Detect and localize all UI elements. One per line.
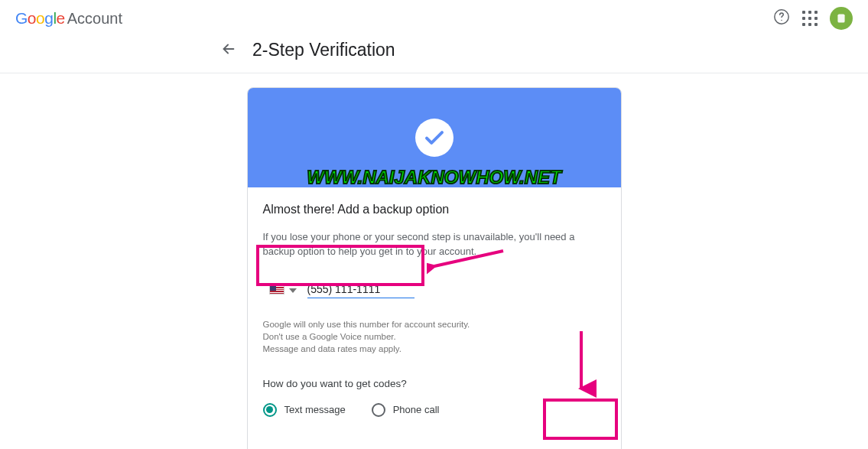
title-row: 2-Step Verification [0, 37, 868, 73]
watermark-overlay: WWW.NAIJAKNOWHOW.NET [307, 167, 561, 188]
fine-print-line: Message and data rates may apply. [263, 343, 606, 355]
country-selector[interactable] [269, 282, 297, 296]
card-description: If you lose your phone or your second st… [263, 230, 606, 259]
phone-input-row [263, 273, 606, 306]
us-flag-icon [269, 285, 284, 294]
check-circle-icon [415, 119, 454, 157]
account-label: Account [67, 10, 122, 28]
help-icon[interactable] [773, 8, 790, 28]
apps-grid-icon[interactable] [802, 11, 818, 26]
radio-label: Phone call [393, 404, 440, 415]
back-arrow-icon[interactable] [220, 41, 237, 60]
radio-label: Text message [284, 404, 346, 415]
header-actions [773, 7, 853, 30]
phone-number-input[interactable] [307, 281, 414, 298]
app-header: Google Account [0, 0, 868, 37]
page-title: 2-Step Verification [252, 40, 395, 60]
radio-text-message[interactable]: Text message [263, 403, 346, 417]
dropdown-caret-icon [289, 282, 297, 296]
fine-print: Google will only use this number for acc… [263, 318, 606, 355]
card-body: Almost there! Add a backup option If you… [248, 187, 621, 449]
google-account-logo[interactable]: Google Account [15, 9, 122, 28]
radio-icon-selected [263, 403, 277, 417]
header-divider [0, 73, 868, 73]
fine-print-line: Don't use a Google Voice number. [263, 330, 606, 343]
svg-point-1 [781, 20, 782, 21]
radio-icon-unselected [372, 403, 385, 417]
fine-print-line: Google will only use this number for acc… [263, 318, 606, 330]
verification-card: Almost there! Add a backup option If you… [247, 87, 622, 449]
card-heading: Almost there! Add a backup option [263, 203, 606, 216]
avatar[interactable] [830, 7, 853, 30]
radio-phone-call[interactable]: Phone call [372, 403, 440, 417]
delivery-method-question: How do you want to get codes? [263, 378, 606, 389]
google-logo: Google [15, 9, 65, 28]
svg-rect-3 [837, 15, 844, 23]
delivery-method-radios: Text message Phone call [263, 403, 606, 417]
